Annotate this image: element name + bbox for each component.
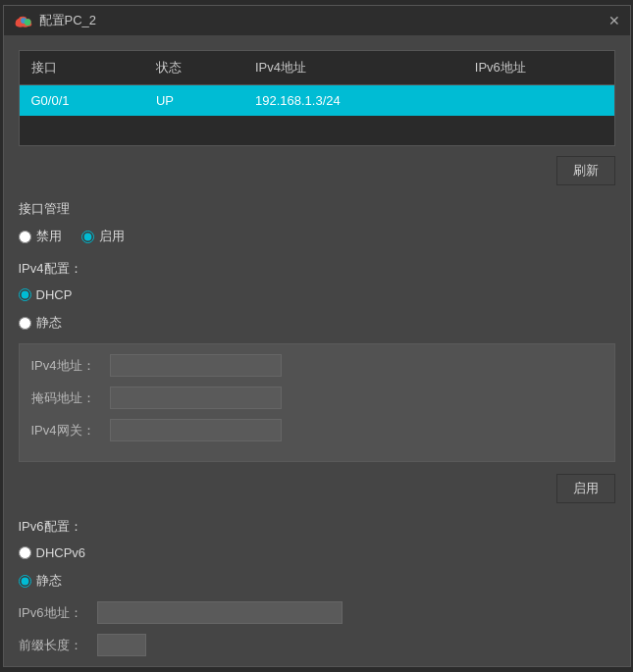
ipv4-address-group: IPv4地址： bbox=[31, 354, 603, 377]
radio-ipv4-static[interactable] bbox=[19, 317, 31, 330]
radio-disable[interactable] bbox=[19, 231, 31, 243]
col-interface: 接口 bbox=[20, 51, 144, 85]
content-area: 接口 状态 IPv4地址 IPv6地址 G0/0/1 UP 192.168.1.… bbox=[4, 35, 630, 666]
ipv4-config-title: IPv4配置： bbox=[19, 260, 615, 278]
ipv6-address-group: IPv6地址： bbox=[19, 601, 615, 624]
ipv4-radio-group: DHCP bbox=[19, 287, 615, 302]
cell-ipv6 bbox=[463, 85, 614, 117]
ipv4-gateway-label: IPv4网关： bbox=[31, 422, 110, 439]
ipv4-enable-button[interactable]: 启用 bbox=[556, 474, 615, 503]
col-ipv4: IPv4地址 bbox=[243, 51, 463, 85]
ipv4-mask-label: 掩码地址： bbox=[31, 389, 110, 407]
ipv4-mask-group: 掩码地址： bbox=[31, 387, 603, 409]
radio-static-label[interactable]: 静态 bbox=[19, 314, 62, 332]
radio-ipv6-static[interactable] bbox=[19, 575, 31, 588]
col-ipv6: IPv6地址 bbox=[463, 51, 614, 85]
cell-status: UP bbox=[144, 85, 243, 117]
ipv6-prefix-input[interactable] bbox=[97, 634, 146, 656]
interface-table-container: 接口 状态 IPv4地址 IPv6地址 G0/0/1 UP 192.168.1.… bbox=[19, 50, 615, 146]
main-window: 配置PC_2 ✕ 接口 状态 IPv4地址 IPv6地址 G0/0/1 bbox=[3, 5, 631, 667]
ipv4-address-label: IPv4地址： bbox=[31, 357, 110, 375]
title-bar-left: 配置PC_2 bbox=[14, 12, 97, 29]
ipv6-config-title: IPv6配置： bbox=[19, 518, 615, 536]
enable-label: 启用 bbox=[99, 228, 125, 245]
ipv4-static-group: 静态 bbox=[19, 314, 615, 332]
interface-table: 接口 状态 IPv4地址 IPv6地址 G0/0/1 UP 192.168.1.… bbox=[20, 51, 614, 145]
ipv6-prefix-label: 前缀长度： bbox=[19, 637, 97, 654]
ipv4-mask-input[interactable] bbox=[110, 387, 282, 409]
ipv6-config-section: IPv6配置： DHCPv6 静态 IPv6地址： 前缀长度： bbox=[19, 518, 615, 666]
radio-disable-label[interactable]: 禁用 bbox=[19, 228, 62, 245]
dhcpv6-label: DHCPv6 bbox=[36, 545, 86, 560]
interface-mgmt-title: 接口管理 bbox=[19, 200, 615, 218]
cloud-icon bbox=[14, 14, 33, 27]
radio-dhcpv6[interactable] bbox=[19, 546, 31, 559]
title-bar: 配置PC_2 ✕ bbox=[4, 6, 630, 35]
ipv6-address-input[interactable] bbox=[97, 601, 343, 624]
disable-label: 禁用 bbox=[36, 228, 62, 245]
radio-dhcpv6-label[interactable]: DHCPv6 bbox=[19, 545, 86, 560]
ipv6-dhcp-group: DHCPv6 bbox=[19, 545, 615, 560]
radio-dhcp[interactable] bbox=[19, 288, 31, 301]
refresh-button[interactable]: 刷新 bbox=[556, 156, 615, 185]
cell-ipv4: 192.168.1.3/24 bbox=[243, 85, 463, 117]
table-empty-row bbox=[20, 116, 614, 145]
radio-enable-label[interactable]: 启用 bbox=[81, 228, 125, 245]
ipv4-gateway-input[interactable] bbox=[110, 419, 282, 441]
table-header-row: 接口 状态 IPv4地址 IPv6地址 bbox=[20, 51, 614, 85]
ipv4-gateway-group: IPv4网关： bbox=[31, 419, 603, 441]
svg-point-15 bbox=[24, 19, 30, 26]
ipv6-prefix-group: 前缀长度： bbox=[19, 634, 615, 656]
ipv6-static-label: 静态 bbox=[36, 572, 62, 590]
static-label: 静态 bbox=[36, 314, 62, 332]
close-button[interactable]: ✕ bbox=[608, 14, 620, 27]
ipv4-enable-row: 启用 bbox=[19, 474, 615, 503]
radio-enable[interactable] bbox=[81, 231, 94, 243]
table-row[interactable]: G0/0/1 UP 192.168.1.3/24 bbox=[20, 85, 614, 117]
dhcp-label: DHCP bbox=[36, 287, 73, 302]
radio-ipv6-static-label[interactable]: 静态 bbox=[19, 572, 62, 590]
radio-dhcp-label[interactable]: DHCP bbox=[19, 287, 73, 302]
col-status: 状态 bbox=[144, 51, 243, 85]
ipv6-static-group: 静态 bbox=[19, 572, 615, 590]
refresh-row: 刷新 bbox=[19, 156, 615, 185]
ipv4-config-section: IPv4配置： DHCP 静态 IPv4地址： bbox=[19, 260, 615, 503]
ipv6-address-label: IPv6地址： bbox=[19, 604, 97, 622]
ipv4-address-input[interactable] bbox=[110, 354, 282, 377]
ipv4-fields-box: IPv4地址： 掩码地址： IPv4网关： bbox=[19, 343, 615, 462]
interface-mgmt-radio-group: 禁用 启用 bbox=[19, 228, 615, 245]
cell-interface: G0/0/1 bbox=[20, 85, 144, 117]
window-title: 配置PC_2 bbox=[39, 12, 97, 29]
interface-mgmt-section: 接口管理 禁用 启用 bbox=[19, 200, 615, 245]
